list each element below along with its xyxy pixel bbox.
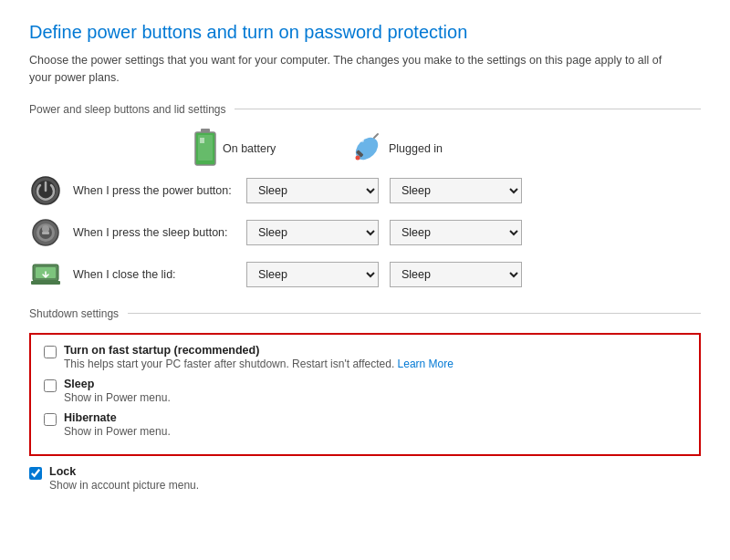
sleep-battery-dropdown-wrapper: Sleep Do nothing Hibernate Shut down Tur… bbox=[246, 220, 379, 245]
battery-icon bbox=[193, 129, 217, 169]
on-battery-label: On battery bbox=[223, 142, 276, 155]
learn-more-link[interactable]: Learn More bbox=[398, 358, 454, 370]
columns-header: On battery Plugged in bbox=[193, 129, 701, 169]
lid-plugged-dropdown-wrapper: Sleep Do nothing Hibernate Shut down Tur… bbox=[390, 262, 522, 287]
page-title: Define power buttons and turn on passwor… bbox=[29, 22, 701, 43]
lid-battery-dropdown[interactable]: Sleep Do nothing Hibernate Shut down Tur… bbox=[246, 262, 379, 287]
lock-desc: Show in account picture menu. bbox=[49, 479, 199, 492]
power-button-icon bbox=[30, 175, 61, 206]
shutdown-section: Shutdown settings Turn on fast startup (… bbox=[29, 307, 701, 492]
lock-checkbox[interactable] bbox=[29, 467, 42, 480]
sleep-button-icon-wrapper bbox=[29, 216, 62, 249]
svg-point-6 bbox=[360, 139, 364, 142]
fast-startup-row: Turn on fast startup (recommended) This … bbox=[44, 344, 686, 370]
settings-rows: When I press the power button: Sleep Do … bbox=[29, 174, 701, 291]
lock-row: Lock Show in account picture menu. bbox=[29, 465, 701, 492]
power-button-row: When I press the power button: Sleep Do … bbox=[29, 174, 701, 207]
power-battery-dropdown-wrapper: Sleep Do nothing Hibernate Shut down Tur… bbox=[246, 178, 379, 203]
sleep-plugged-dropdown-wrapper: Sleep Do nothing Hibernate Shut down Tur… bbox=[390, 220, 522, 245]
svg-point-7 bbox=[356, 155, 360, 160]
hibernate-checkbox[interactable] bbox=[44, 413, 57, 426]
hibernate-row: Hibernate Show in Power menu. bbox=[44, 411, 686, 438]
power-button-icon-wrapper bbox=[29, 174, 62, 207]
plug-icon bbox=[350, 132, 383, 165]
power-plugged-dropdown[interactable]: Sleep Do nothing Hibernate Shut down Tur… bbox=[390, 178, 522, 203]
shutdown-section-label: Shutdown settings bbox=[29, 307, 119, 320]
shutdown-settings-box: Turn on fast startup (recommended) This … bbox=[29, 333, 701, 456]
power-plugged-dropdown-wrapper: Sleep Do nothing Hibernate Shut down Tur… bbox=[390, 178, 522, 203]
divider-line bbox=[235, 109, 701, 109]
sleep-button-label: When I press the sleep button: bbox=[73, 226, 246, 239]
power-button-label: When I press the power button: bbox=[73, 184, 246, 197]
lid-icon-wrapper bbox=[29, 258, 62, 291]
lid-label: When I close the lid: bbox=[73, 268, 246, 281]
lock-content: Lock Show in account picture menu. bbox=[49, 465, 199, 492]
lid-plugged-dropdown[interactable]: Sleep Do nothing Hibernate Shut down Tur… bbox=[390, 262, 522, 287]
hibernate-content: Hibernate Show in Power menu. bbox=[64, 411, 171, 438]
sleep-plugged-dropdown[interactable]: Sleep Do nothing Hibernate Shut down Tur… bbox=[390, 220, 522, 245]
sleep-shutdown-desc: Show in Power menu. bbox=[64, 391, 171, 404]
shutdown-divider-line bbox=[128, 313, 701, 314]
sleep-shutdown-row: Sleep Show in Power menu. bbox=[44, 378, 686, 404]
power-battery-dropdown[interactable]: Sleep Do nothing Hibernate Shut down Tur… bbox=[246, 178, 379, 203]
svg-rect-14 bbox=[42, 232, 49, 234]
lid-battery-dropdown-wrapper: Sleep Do nothing Hibernate Shut down Tur… bbox=[246, 262, 379, 287]
hibernate-desc: Show in Power menu. bbox=[64, 425, 171, 438]
svg-point-13 bbox=[42, 225, 49, 233]
plugged-in-header: Plugged in bbox=[350, 132, 496, 165]
section1-divider: Power and sleep buttons and lid settings bbox=[29, 103, 701, 116]
fast-startup-content: Turn on fast startup (recommended) This … bbox=[64, 344, 454, 370]
sleep-shutdown-checkbox[interactable] bbox=[44, 379, 57, 392]
sleep-shutdown-title: Sleep bbox=[64, 378, 171, 390]
page-description: Choose the power settings that you want … bbox=[29, 52, 668, 87]
lock-title: Lock bbox=[49, 465, 199, 478]
sleep-button-icon bbox=[31, 218, 60, 247]
sleep-shutdown-content: Sleep Show in Power menu. bbox=[64, 378, 171, 404]
svg-rect-17 bbox=[31, 281, 60, 285]
section1-label: Power and sleep buttons and lid settings bbox=[29, 103, 225, 116]
sleep-battery-dropdown[interactable]: Sleep Do nothing Hibernate Shut down Tur… bbox=[246, 220, 379, 245]
on-battery-header: On battery bbox=[193, 129, 339, 169]
plugged-in-label: Plugged in bbox=[389, 142, 443, 155]
svg-rect-3 bbox=[200, 138, 204, 143]
lid-icon bbox=[30, 259, 61, 290]
fast-startup-desc: This helps start your PC faster after sh… bbox=[64, 358, 454, 370]
fast-startup-checkbox[interactable] bbox=[44, 346, 57, 358]
fast-startup-title: Turn on fast startup (recommended) bbox=[64, 344, 454, 357]
shutdown-divider: Shutdown settings bbox=[29, 307, 701, 320]
lid-row: When I close the lid: Sleep Do nothing H… bbox=[29, 258, 701, 291]
hibernate-title: Hibernate bbox=[64, 411, 171, 424]
sleep-button-row: When I press the sleep button: Sleep Do … bbox=[29, 216, 701, 249]
svg-point-4 bbox=[351, 133, 382, 164]
